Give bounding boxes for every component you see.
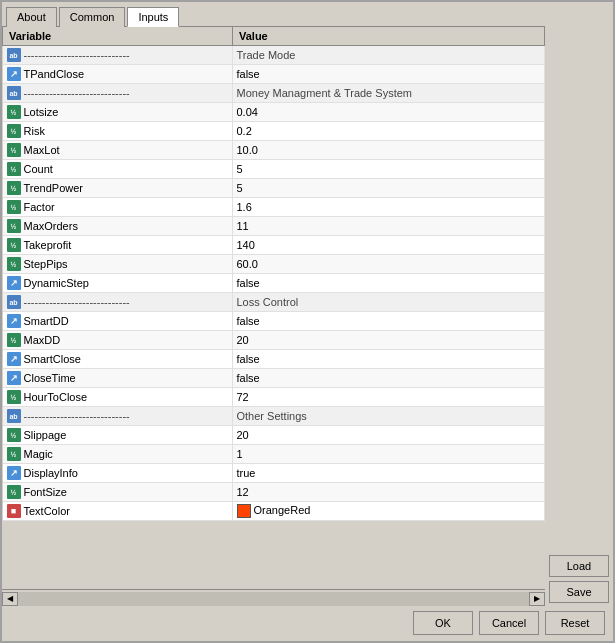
chart-icon: ↗ <box>7 371 21 385</box>
table-row[interactable]: ↗CloseTimefalse <box>3 369 545 388</box>
variable-cell: ½MaxDD <box>3 331 233 349</box>
value-cell: false <box>233 369 545 388</box>
table-row[interactable]: ½TrendPower5 <box>3 179 545 198</box>
12-icon: ½ <box>7 428 21 442</box>
variable-name: SmartClose <box>24 353 81 365</box>
scroll-left-arrow[interactable]: ◀ <box>2 592 18 606</box>
value-cell: 20 <box>233 331 545 350</box>
value-text: 72 <box>237 391 249 403</box>
table-row[interactable]: ½FontSize12 <box>3 483 545 502</box>
half-icon: ½ <box>7 105 21 119</box>
variable-cell: ↗SmartClose <box>3 350 233 368</box>
variable-cell: ½MaxOrders <box>3 217 233 235</box>
value-cell: false <box>233 274 545 293</box>
12-icon: ½ <box>7 181 21 195</box>
table-row[interactable]: ↗SmartDDfalse <box>3 312 545 331</box>
table-row[interactable]: ½MaxOrders11 <box>3 217 545 236</box>
variable-cell: ↗CloseTime <box>3 369 233 387</box>
col-header-value: Value <box>233 27 545 46</box>
table-row[interactable]: ab-----------------------------Money Man… <box>3 84 545 103</box>
variable-cell: ½StepPips <box>3 255 233 273</box>
value-cell: 11 <box>233 217 545 236</box>
table-row[interactable]: ½Lotsize0.04 <box>3 103 545 122</box>
value-text: OrangeRed <box>254 504 311 516</box>
main-content: Variable Value ab-----------------------… <box>2 26 613 607</box>
value-text: Loss Control <box>237 296 299 308</box>
table-row[interactable]: ½HourToClose72 <box>3 388 545 407</box>
horizontal-scrollbar[interactable]: ◀ ▶ <box>2 589 545 607</box>
table-row[interactable]: ½Risk0.2 <box>3 122 545 141</box>
tab-common[interactable]: Common <box>59 7 126 27</box>
table-row[interactable]: ab-----------------------------Other Set… <box>3 407 545 426</box>
variable-cell: ½Lotsize <box>3 103 233 121</box>
table-row[interactable]: ½Takeprofit140 <box>3 236 545 255</box>
variable-name: MaxDD <box>24 334 61 346</box>
color-swatch <box>237 504 251 518</box>
table-row[interactable]: ½Count5 <box>3 160 545 179</box>
variable-cell: ■TextColor <box>3 502 233 520</box>
chart-icon: ↗ <box>7 67 21 81</box>
value-text: 1.6 <box>237 201 252 213</box>
table-row[interactable]: ab-----------------------------Loss Cont… <box>3 293 545 312</box>
variable-cell: ½Magic <box>3 445 233 463</box>
variable-name: ----------------------------- <box>24 87 130 99</box>
table-container[interactable]: Variable Value ab-----------------------… <box>2 26 545 589</box>
square-icon: ■ <box>7 504 21 518</box>
scroll-right-arrow[interactable]: ▶ <box>529 592 545 606</box>
value-text: 12 <box>237 486 249 498</box>
variable-name: Risk <box>24 125 45 137</box>
table-row[interactable]: ↗TPandClosefalse <box>3 65 545 84</box>
value-text: 0.2 <box>237 125 252 137</box>
12-icon: ½ <box>7 162 21 176</box>
table-row[interactable]: ↗DisplayInfotrue <box>3 464 545 483</box>
variable-cell: ½Factor <box>3 198 233 216</box>
value-cell: 1.6 <box>233 198 545 217</box>
variable-cell: ½Risk <box>3 122 233 140</box>
bottom-button-panel: OK Cancel Reset <box>2 607 613 641</box>
value-cell: Other Settings <box>233 407 545 426</box>
value-text: 0.04 <box>237 106 258 118</box>
table-row[interactable]: ↗SmartClosefalse <box>3 350 545 369</box>
value-text: true <box>237 467 256 479</box>
value-cell: 12 <box>233 483 545 502</box>
variable-cell: ½MaxLot <box>3 141 233 159</box>
right-button-panel: Load Save <box>545 26 613 607</box>
value-cell: Loss Control <box>233 293 545 312</box>
table-wrapper: Variable Value ab-----------------------… <box>2 26 545 607</box>
value-cell: true <box>233 464 545 483</box>
tab-inputs[interactable]: Inputs <box>127 7 179 27</box>
table-row[interactable]: ½MaxLot10.0 <box>3 141 545 160</box>
half-icon: ½ <box>7 257 21 271</box>
ok-button[interactable]: OK <box>413 611 473 635</box>
table-row[interactable]: ab-----------------------------Trade Mod… <box>3 46 545 65</box>
load-button[interactable]: Load <box>549 555 609 577</box>
table-row[interactable]: ½Slippage20 <box>3 426 545 445</box>
value-cell: 20 <box>233 426 545 445</box>
value-text: 5 <box>237 163 243 175</box>
table-row[interactable]: ■TextColorOrangeRed <box>3 502 545 521</box>
save-button[interactable]: Save <box>549 581 609 603</box>
scroll-track[interactable] <box>18 592 529 606</box>
value-cell: 10.0 <box>233 141 545 160</box>
table-row[interactable]: ½Factor1.6 <box>3 198 545 217</box>
variable-name: Factor <box>24 201 55 213</box>
value-cell: 0.04 <box>233 103 545 122</box>
ab-icon: ab <box>7 409 21 423</box>
ab-icon: ab <box>7 86 21 100</box>
reset-button[interactable]: Reset <box>545 611 605 635</box>
half-icon: ½ <box>7 124 21 138</box>
value-cell: 140 <box>233 236 545 255</box>
cancel-button[interactable]: Cancel <box>479 611 539 635</box>
table-row[interactable]: ↗DynamicStepfalse <box>3 274 545 293</box>
value-text: Trade Mode <box>237 49 296 61</box>
ab-icon: ab <box>7 48 21 62</box>
ab-icon: ab <box>7 295 21 309</box>
variable-cell: ↗SmartDD <box>3 312 233 330</box>
table-row[interactable]: ½MaxDD20 <box>3 331 545 350</box>
table-row[interactable]: ½StepPips60.0 <box>3 255 545 274</box>
variable-cell: ab----------------------------- <box>3 84 233 102</box>
value-cell: Trade Mode <box>233 46 545 65</box>
table-row[interactable]: ½Magic1 <box>3 445 545 464</box>
tab-about[interactable]: About <box>6 7 57 27</box>
12-icon: ½ <box>7 219 21 233</box>
